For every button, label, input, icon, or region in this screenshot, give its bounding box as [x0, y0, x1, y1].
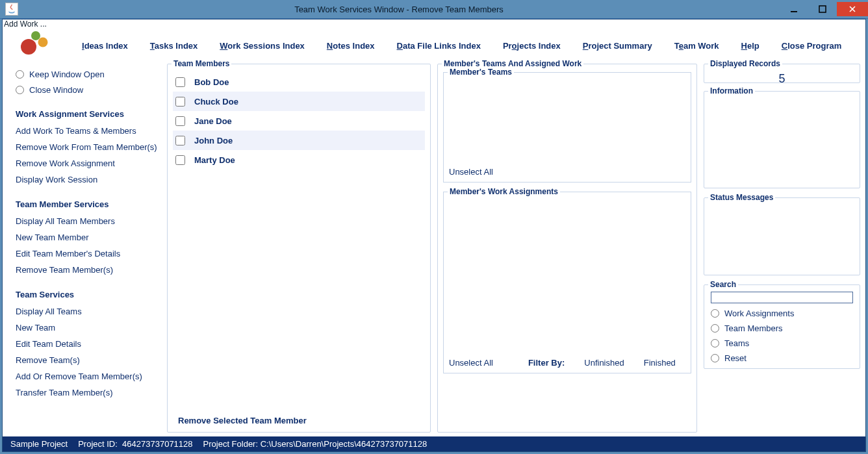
link-add-remove-team-members[interactable]: Add Or Remove Team Member(s) [16, 368, 160, 385]
menu-links: Ideas Index Tasks Index Work Sessions In… [82, 41, 841, 51]
member-teams-list [449, 78, 685, 167]
titlebar: Team Work Services Window - Remove Team … [0, 0, 868, 19]
right-column: Displayed Records 5 Information Status M… [704, 64, 860, 433]
svg-point-4 [21, 39, 36, 55]
search-opt-teams[interactable]: Teams [711, 338, 853, 348]
search-legend: Search [708, 280, 738, 289]
status-project-id: Project ID: 464273737071128 [78, 439, 192, 449]
teams-unselect-all-link[interactable]: Unselect All [449, 167, 493, 177]
close-window-radio[interactable]: Close Window [16, 82, 160, 97]
maximize-button[interactable] [808, 2, 837, 16]
menu-close-program[interactable]: Close Program [782, 41, 841, 51]
menu-tasks-index[interactable]: Tasks Index [150, 41, 198, 51]
window-title: Team Work Services Window - Remove Team … [18, 5, 780, 14]
close-button[interactable] [837, 2, 868, 16]
heading-work-assignment-services: Work Assignment Services [16, 109, 160, 119]
menu-work-sessions-index[interactable]: Work Sessions Index [220, 41, 305, 51]
member-checkbox[interactable] [175, 77, 185, 87]
member-row[interactable]: John Doe [173, 131, 425, 150]
add-work-strip: Add Work ... [3, 19, 865, 29]
filter-by-label: Filter By: [528, 358, 565, 368]
member-checkbox[interactable] [175, 116, 185, 126]
remove-selected-member-link[interactable]: Remove Selected Team Member [173, 410, 425, 427]
link-edit-team-member-details[interactable]: Edit Team Member's Details [16, 246, 160, 262]
member-checkbox[interactable] [175, 97, 185, 107]
member-name: Chuck Doe [194, 97, 238, 107]
menu-project-summary[interactable]: Project Summary [583, 41, 652, 51]
svg-point-3 [38, 38, 47, 47]
member-row[interactable]: Bob Doe [173, 72, 425, 92]
member-work-subpanel: Member's Work Assignments Unselect All F… [443, 192, 691, 373]
svg-point-2 [31, 31, 40, 40]
menubar: Ideas Index Tasks Index Work Sessions In… [3, 29, 865, 62]
app-frame: Add Work ... Ideas Index Tasks Index Wor… [2, 19, 866, 452]
information-legend: Information [708, 86, 755, 95]
minimize-button[interactable] [780, 2, 808, 16]
search-opt-work-assignments[interactable]: Work Assignments [711, 309, 853, 318]
search-opt-teams-radio[interactable] [711, 339, 719, 347]
status-messages-legend: Status Messages [708, 193, 775, 202]
member-teams-subpanel: Member's Teams Unselect All [443, 72, 691, 183]
search-opt-work-assignments-radio[interactable] [711, 309, 719, 318]
menu-team-work[interactable]: Team Work [674, 41, 719, 51]
search-panel: Search Work Assignments Team Members Tea… [704, 284, 860, 369]
link-edit-team-details[interactable]: Edit Team Details [16, 336, 160, 352]
link-display-all-team-members[interactable]: Display All Team Members [16, 213, 160, 229]
keep-window-open-radio-input[interactable] [16, 70, 24, 79]
java-app-icon [5, 3, 18, 16]
member-name: Jane Doe [194, 116, 232, 126]
status-project-name: Sample Project [10, 439, 68, 449]
heading-team-member-services: Team Member Services [16, 199, 160, 209]
close-window-radio-input[interactable] [16, 86, 24, 94]
filter-unfinished-link[interactable]: Unfinished [584, 358, 624, 368]
member-checkbox[interactable] [175, 136, 185, 145]
member-teams-work-legend: Member's Teams And Assigned Work [442, 59, 583, 68]
member-checkbox[interactable] [175, 155, 185, 165]
menu-projects-index[interactable]: Projects Index [503, 41, 561, 51]
team-members-panel: Team Members Bob Doe Chuck Doe Jane Doe … [167, 64, 431, 433]
search-opt-team-members-radio[interactable] [711, 324, 719, 333]
svg-rect-0 [791, 11, 797, 12]
member-name: John Doe [194, 136, 233, 145]
window-controls [780, 2, 868, 16]
menu-help[interactable]: Help [741, 41, 760, 51]
menu-notes-index[interactable]: Notes Index [327, 41, 375, 51]
link-new-team-member[interactable]: New Team Member [16, 229, 160, 246]
link-remove-work-assignment[interactable]: Remove Work Assignment [16, 155, 160, 171]
link-remove-team-members[interactable]: Remove Team Member(s) [16, 262, 160, 278]
member-row[interactable]: Marty Doe [173, 150, 425, 170]
status-messages-panel: Status Messages [704, 197, 860, 275]
menu-ideas-index[interactable]: Ideas Index [82, 41, 128, 51]
displayed-records-legend: Displayed Records [708, 59, 782, 68]
menu-data-file-links-index[interactable]: Data File Links Index [397, 41, 481, 51]
link-remove-work-from-members[interactable]: Remove Work From Team Member(s) [16, 139, 160, 155]
keep-window-open-radio[interactable]: Keep Window Open [16, 66, 160, 82]
search-opt-team-members[interactable]: Team Members [711, 323, 853, 333]
filter-finished-link[interactable]: Finished [644, 358, 676, 368]
displayed-records-panel: Displayed Records 5 [704, 64, 860, 83]
search-opt-reset-radio[interactable] [711, 354, 719, 362]
status-project-folder: Project Folder: C:\Users\Darren\Projects… [203, 439, 428, 449]
member-row[interactable]: Chuck Doe [173, 92, 425, 111]
body-columns: Keep Window Open Close Window Work Assig… [3, 62, 865, 436]
member-work-legend: Member's Work Assignments [448, 187, 560, 196]
link-new-team[interactable]: New Team [16, 320, 160, 336]
link-display-work-session[interactable]: Display Work Session [16, 171, 160, 188]
link-add-work-to-teams[interactable]: Add Work To Teams & Members [16, 123, 160, 139]
team-members-legend: Team Members [172, 59, 231, 68]
information-panel: Information [704, 91, 860, 188]
sidebar: Keep Window Open Close Window Work Assig… [8, 64, 160, 433]
member-row[interactable]: Jane Doe [173, 111, 425, 131]
link-transfer-team-members[interactable]: Transfer Team Member(s) [16, 385, 160, 401]
member-teams-legend: Member's Teams [448, 68, 514, 77]
statusbar: Sample Project Project ID: 4642737370711… [3, 436, 865, 451]
svg-rect-1 [819, 6, 826, 12]
link-display-all-teams[interactable]: Display All Teams [16, 303, 160, 320]
heading-team-services: Team Services [16, 290, 160, 299]
displayed-records-value: 5 [709, 72, 854, 86]
link-remove-teams[interactable]: Remove Team(s) [16, 352, 160, 368]
search-input[interactable] [711, 292, 853, 303]
search-opt-reset[interactable]: Reset [711, 353, 853, 363]
work-unselect-all-link[interactable]: Unselect All [449, 358, 493, 368]
member-name: Bob Doe [194, 77, 229, 87]
